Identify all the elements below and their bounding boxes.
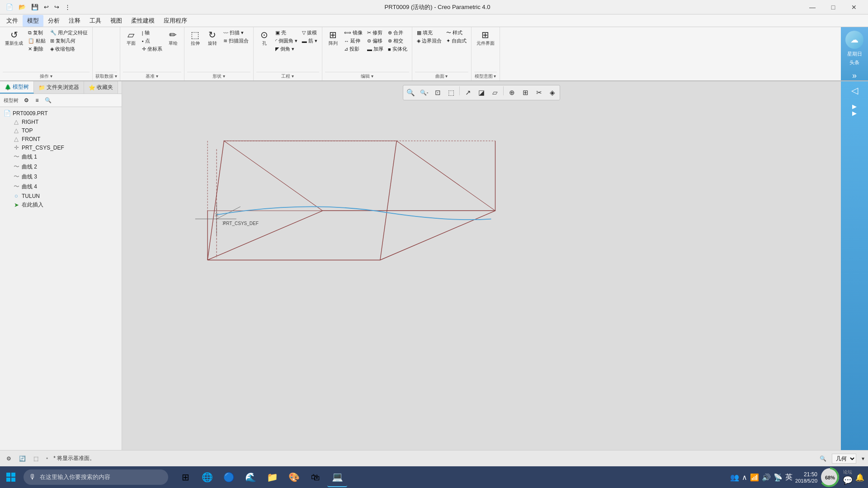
vp-btn-zoom-fit[interactable]: ⊡ <box>431 86 444 99</box>
ribbon-btn-sweep-blend[interactable]: ≋ 扫描混合 <box>222 37 250 45</box>
status-tool1[interactable]: ⚙ <box>4 454 14 464</box>
tree-filter-btn[interactable]: ≡ <box>32 95 42 105</box>
vp-btn-zoom-in[interactable]: 🔍 <box>404 86 417 99</box>
vp-btn-select[interactable]: ▱ <box>489 86 501 99</box>
ribbon-btn-chamfer[interactable]: ◤ 倒角 ▾ <box>274 45 299 53</box>
ribbon-btn-solidify[interactable]: ■ 实体化 <box>386 45 409 53</box>
tray-wifi-icon[interactable]: 📡 <box>774 473 783 482</box>
ribbon-btn-intersect[interactable]: ⊗ 相交 <box>386 37 409 45</box>
vp-btn-zoom-out[interactable]: 🔍- <box>418 86 430 99</box>
ribbon-btn-extend[interactable]: ↔ 延伸 <box>342 37 364 45</box>
tree-item-right[interactable]: △ RIGHT <box>0 117 122 126</box>
ribbon-btn-shell[interactable]: ▣ 壳 <box>274 29 299 37</box>
ribbon-btn-rib[interactable]: ▬ 筋 ▾ <box>300 37 319 45</box>
sidebar-right-label[interactable]: ▶▶ <box>851 103 858 117</box>
ribbon-btn-round[interactable]: ◜ 倒圆角 ▾ <box>274 37 299 45</box>
quick-access-undo[interactable]: ↩ <box>42 2 51 12</box>
ribbon-btn-sweep[interactable]: 〰 扫描 ▾ <box>222 29 250 37</box>
ribbon-btn-csys[interactable]: ✛ 坐标系 <box>140 45 164 53</box>
tree-item-insert-here[interactable]: ➤ 在此插入 <box>0 200 122 210</box>
ribbon-btn-axis[interactable]: | 轴 <box>140 29 164 37</box>
ribbon-btn-offset[interactable]: ⊜ 偏移 <box>365 37 385 45</box>
menu-annotation[interactable]: 注释 <box>64 15 85 27</box>
status-tool3[interactable]: ⬚ <box>31 454 41 464</box>
tray-clock[interactable]: 21:50 2018/5/20 <box>795 471 817 483</box>
tree-item-curve3[interactable]: 〜 曲线 3 <box>0 172 122 182</box>
taskbar-search-box[interactable]: 🎙 在这里输入你要搜索的内容 <box>24 469 168 485</box>
tree-item-prt0009[interactable]: 📄 PRT0009.PRT <box>0 109 122 117</box>
quick-access-new[interactable]: 📄 <box>4 2 15 12</box>
ribbon-btn-draft[interactable]: ▽ 拔模 <box>300 29 319 37</box>
quick-access-redo[interactable]: ↪ <box>52 2 61 12</box>
vp-btn-view3[interactable]: ✂ <box>533 86 545 99</box>
ribbon-btn-plane[interactable]: ▱ 平面 <box>123 29 139 48</box>
taskbar-app-ie[interactable]: 🔵 <box>219 467 239 487</box>
menu-flexible[interactable]: 柔性建模 <box>127 15 159 27</box>
taskbar-app-store[interactable]: 🛍 <box>306 467 326 487</box>
menu-apps[interactable]: 应用程序 <box>159 15 192 27</box>
ribbon-btn-freeform[interactable]: ✦ 自由式 <box>444 37 468 45</box>
vp-btn-rotate[interactable]: ◪ <box>475 86 488 99</box>
ribbon-btn-hole[interactable]: ⊙ 孔 <box>256 29 273 48</box>
ribbon-btn-revolve[interactable]: ↻ 旋转 <box>204 29 221 48</box>
ribbon-btn-extrude[interactable]: ⬚ 拉伸 <box>187 29 203 48</box>
taskbar-app-browser2[interactable]: 🌊 <box>241 467 260 487</box>
ribbon-btn-point[interactable]: • 点 <box>140 37 164 45</box>
ribbon-btn-copy[interactable]: ⧉ 复制 <box>26 29 47 37</box>
vp-btn-view4[interactable]: ◈ <box>546 86 559 99</box>
menu-model[interactable]: 模型 <box>23 15 43 27</box>
taskbar-app-edge[interactable]: 🌐 <box>197 467 217 487</box>
taskbar-app-colorful[interactable]: 🎨 <box>284 467 304 487</box>
taskbar-app-taskview[interactable]: ⊞ <box>175 467 195 487</box>
ribbon-btn-thicken[interactable]: ▬ 加厚 <box>365 45 385 53</box>
tree-item-curve2[interactable]: 〜 曲线 2 <box>0 162 122 172</box>
quick-access-extra[interactable]: ⋮ <box>62 2 73 12</box>
menu-tools[interactable]: 工具 <box>85 15 106 27</box>
ribbon-btn-mirror[interactable]: ⟺ 镜像 <box>342 29 364 37</box>
ribbon-btn-fill[interactable]: ▦ 填充 <box>415 29 443 37</box>
close-button[interactable]: ✕ <box>844 0 864 14</box>
taskbar-app-terminal[interactable]: 💻 <box>327 467 347 487</box>
ribbon-btn-copy-geom[interactable]: ⊞ 复制几何 <box>48 37 90 45</box>
ribbon-btn-merge[interactable]: ⊕ 合并 <box>386 29 409 37</box>
sidebar-tab-model-tree[interactable]: 🌲 模型树 <box>0 81 34 94</box>
ribbon-btn-trim[interactable]: ✂ 修剪 <box>365 29 385 37</box>
search-icon-btn[interactable]: 🔍 <box>820 455 826 462</box>
tray-lang-icon[interactable]: 英 <box>785 473 793 482</box>
vp-btn-zoom-window[interactable]: ⬚ <box>445 86 458 99</box>
ribbon-btn-shrink[interactable]: ◈ 收缩包络 <box>48 45 90 53</box>
ribbon-btn-component-interface[interactable]: ⊞ 元件界面 <box>474 29 497 48</box>
maximize-button[interactable]: □ <box>823 0 844 14</box>
tree-item-front[interactable]: △ FRONT <box>0 135 122 143</box>
viewport[interactable]: 🔍 🔍- ⊡ ⬚ ↗ ◪ ▱ ⊕ ⊞ ✂ ◈ <box>122 81 841 450</box>
sidebar-tab-folder-browser[interactable]: 📁 文件夹浏览器 <box>34 81 84 94</box>
ribbon-btn-delete[interactable]: ✕ 删除 <box>26 45 47 53</box>
vp-btn-view2[interactable]: ⊞ <box>519 86 532 99</box>
geometry-select[interactable]: 几何 <box>832 454 856 464</box>
tray-volume-icon[interactable]: 🔊 <box>762 473 771 482</box>
vp-btn-pan[interactable]: ↗ <box>462 86 474 99</box>
minimize-button[interactable]: — <box>802 0 823 14</box>
menu-file[interactable]: 文件 <box>2 15 23 27</box>
ribbon-btn-regenerate[interactable]: ↺ 重新生成 <box>3 29 25 48</box>
forum-badge[interactable]: 论坛 💬 <box>843 469 853 485</box>
ribbon-btn-paste[interactable]: 📋 粘贴 <box>26 37 47 45</box>
tree-item-prt-csys[interactable]: ✛ PRT_CSYS_DEF <box>0 143 122 152</box>
ribbon-btn-udf[interactable]: 🔧 用户定义特征 <box>48 29 90 37</box>
tree-search-btn[interactable]: 🔍 <box>43 95 53 105</box>
sidebar-collapse-btn[interactable]: ◁ <box>851 85 858 96</box>
tree-settings-btn[interactable]: ⚙ <box>21 95 31 105</box>
tray-notification-icon[interactable]: 🔔 <box>855 473 864 482</box>
tray-people-icon[interactable]: 👥 <box>730 473 739 482</box>
menu-analysis[interactable]: 分析 <box>43 15 64 27</box>
taskbar-app-explorer[interactable]: 📁 <box>262 467 282 487</box>
tray-chevron-icon[interactable]: ∧ <box>742 473 747 482</box>
ribbon-btn-boundary[interactable]: ◈ 边界混合 <box>415 37 443 45</box>
tree-item-top[interactable]: △ TOP <box>0 126 122 135</box>
ribbon-btn-pattern[interactable]: ⊞ 阵列 <box>325 29 341 48</box>
menu-view[interactable]: 视图 <box>106 15 127 27</box>
tree-item-curve4[interactable]: 〜 曲线 4 <box>0 182 122 192</box>
start-button[interactable] <box>0 466 22 488</box>
ribbon-btn-sketch[interactable]: ✏ 草绘 <box>165 29 181 48</box>
sidebar-tab-favorites[interactable]: ⭐ 收藏夹 <box>84 81 118 94</box>
